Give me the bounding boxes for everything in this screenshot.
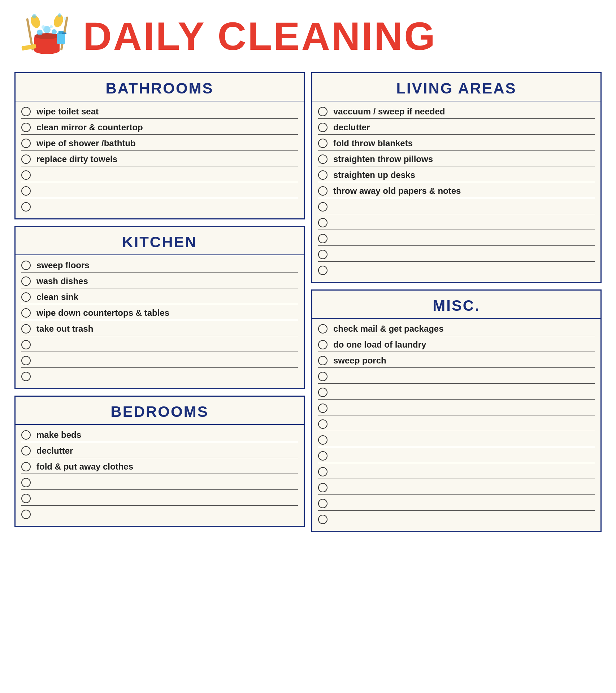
empty-item[interactable] [21, 474, 298, 490]
checkbox[interactable] [21, 372, 31, 381]
checkbox[interactable] [318, 483, 327, 492]
checkbox[interactable] [318, 218, 327, 227]
checkbox[interactable] [21, 324, 31, 334]
checkbox[interactable] [318, 340, 327, 349]
checkbox[interactable] [318, 107, 327, 116]
empty-item[interactable] [21, 198, 298, 214]
checkbox[interactable] [21, 462, 31, 471]
checkbox[interactable] [21, 292, 31, 302]
empty-item[interactable] [21, 336, 298, 352]
list-item[interactable]: clean mirror & countertop [21, 119, 298, 135]
checkbox[interactable] [318, 451, 327, 461]
empty-item[interactable] [318, 384, 595, 400]
bathrooms-section: BATHROOMS wipe toilet seat clean mirror … [14, 72, 305, 219]
list-item[interactable]: declutter [21, 442, 298, 458]
empty-item[interactable] [318, 400, 595, 415]
checkbox[interactable] [318, 139, 327, 148]
list-item[interactable]: do one load of laundry [318, 336, 595, 352]
checkbox[interactable] [318, 499, 327, 508]
checkbox[interactable] [21, 123, 31, 132]
list-item[interactable]: check mail & get packages [318, 320, 595, 336]
empty-item[interactable] [318, 447, 595, 463]
checkbox[interactable] [318, 170, 327, 180]
list-item[interactable]: fold throw blankets [318, 135, 595, 151]
empty-item[interactable] [21, 166, 298, 182]
checkbox[interactable] [318, 234, 327, 243]
item-label: check mail & get packages [333, 324, 443, 334]
item-label: replace dirty towels [36, 154, 117, 164]
checkbox[interactable] [318, 266, 327, 275]
checkbox[interactable] [21, 107, 31, 116]
list-item[interactable]: straighten throw pillows [318, 151, 595, 166]
checkbox[interactable] [21, 276, 31, 286]
checkbox[interactable] [318, 202, 327, 212]
bathrooms-title: BATHROOMS [16, 73, 304, 101]
empty-item[interactable] [318, 262, 595, 278]
misc-section: MISC. check mail & get packages do one l… [311, 289, 602, 532]
list-item[interactable]: declutter [318, 119, 595, 135]
checkbox[interactable] [21, 186, 31, 196]
checkbox[interactable] [21, 510, 31, 519]
checkbox[interactable] [318, 388, 327, 397]
checkbox[interactable] [318, 356, 327, 365]
empty-item[interactable] [318, 479, 595, 495]
checkbox[interactable] [318, 372, 327, 381]
living-areas-section: LIVING AREAS vaccuum / sweep if needed d… [311, 72, 602, 283]
checkbox[interactable] [318, 154, 327, 164]
empty-item[interactable] [21, 506, 298, 522]
empty-item[interactable] [318, 495, 595, 511]
checkbox[interactable] [21, 139, 31, 148]
checkbox[interactable] [21, 478, 31, 487]
empty-item[interactable] [21, 182, 298, 198]
checkbox[interactable] [21, 170, 31, 180]
item-label: throw away old papers & notes [333, 186, 461, 196]
checkbox[interactable] [318, 435, 327, 445]
list-item[interactable]: vaccuum / sweep if needed [318, 103, 595, 119]
empty-item[interactable] [318, 198, 595, 214]
empty-item[interactable] [318, 463, 595, 479]
empty-item[interactable] [318, 511, 595, 527]
checkbox[interactable] [318, 467, 327, 476]
checkbox[interactable] [21, 202, 31, 212]
list-item[interactable]: sweep porch [318, 352, 595, 368]
page-header: DAILY CLEANING [14, 11, 602, 61]
checkbox[interactable] [21, 356, 31, 365]
checkbox[interactable] [318, 419, 327, 429]
list-item[interactable]: throw away old papers & notes [318, 182, 595, 198]
empty-item[interactable] [318, 431, 595, 447]
checkbox[interactable] [318, 123, 327, 132]
empty-item[interactable] [318, 230, 595, 246]
checkbox[interactable] [21, 154, 31, 164]
checkbox[interactable] [21, 261, 31, 270]
empty-item[interactable] [318, 415, 595, 431]
list-item[interactable]: take out trash [21, 320, 298, 336]
checkbox[interactable] [318, 404, 327, 413]
empty-item[interactable] [318, 368, 595, 384]
list-item[interactable]: replace dirty towels [21, 151, 298, 166]
list-item[interactable]: wipe toilet seat [21, 103, 298, 119]
list-item[interactable]: wipe down countertops & tables [21, 304, 298, 320]
empty-item[interactable] [21, 368, 298, 384]
checkbox[interactable] [21, 308, 31, 318]
checkbox[interactable] [21, 340, 31, 349]
list-item[interactable]: wipe of shower /bathtub [21, 135, 298, 151]
empty-item[interactable] [21, 352, 298, 368]
list-item[interactable]: make beds [21, 426, 298, 442]
empty-item[interactable] [318, 214, 595, 230]
item-label: straighten up desks [333, 170, 415, 180]
checkbox[interactable] [318, 186, 327, 196]
list-item[interactable]: wash dishes [21, 273, 298, 288]
checkbox[interactable] [21, 446, 31, 456]
empty-item[interactable] [318, 246, 595, 262]
svg-point-18 [64, 17, 66, 20]
checkbox[interactable] [318, 515, 327, 524]
list-item[interactable]: sweep floors [21, 257, 298, 273]
checkbox[interactable] [318, 250, 327, 259]
list-item[interactable]: straighten up desks [318, 166, 595, 182]
checkbox[interactable] [21, 494, 31, 503]
empty-item[interactable] [21, 490, 298, 506]
list-item[interactable]: clean sink [21, 288, 298, 304]
list-item[interactable]: fold & put away clothes [21, 458, 298, 474]
checkbox[interactable] [21, 430, 31, 440]
checkbox[interactable] [318, 324, 327, 334]
